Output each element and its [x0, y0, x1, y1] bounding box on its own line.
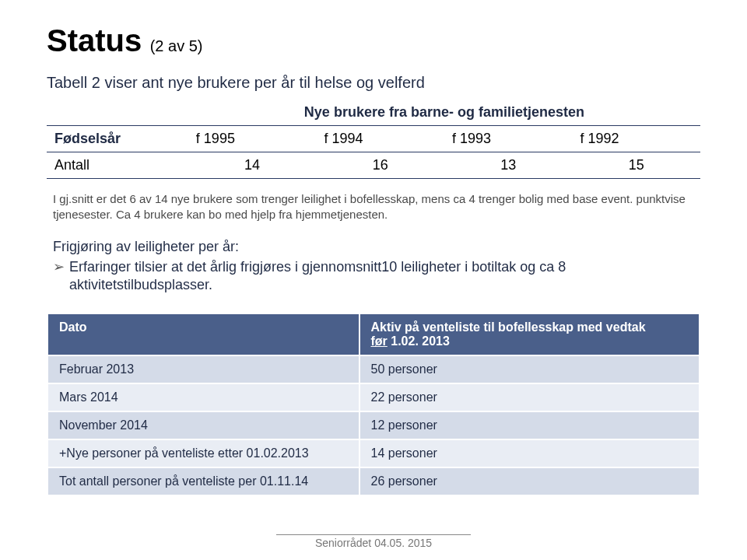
cell-date: Tot antall personer på venteliste per 01… [47, 467, 359, 495]
col-header: f 1993 [444, 126, 573, 152]
col-header-active-rest: 1.02. 2013 [388, 334, 450, 348]
cell-value: 12 personer [359, 411, 700, 439]
col-header: f 1994 [316, 126, 444, 152]
table-row: Fødselsår f 1995 f 1994 f 1993 f 1992 [47, 126, 700, 152]
col-header-active-underline: før [371, 334, 388, 348]
table1-subtitle: Nye brukere fra barne- og familietjenest… [188, 100, 700, 126]
bullet-text: Erfaringer tilsier at det årlig frigjøre… [69, 258, 700, 295]
col-header-active-line1: Aktiv på venteliste til bofellesskap med… [371, 320, 646, 334]
bullet-item: ➢ Erfaringer tilsier at det årlig frigjø… [47, 258, 700, 295]
table-row: Antall 14 16 13 15 [47, 152, 700, 179]
row-label-birthyear: Fødselsår [47, 126, 188, 152]
table-row: November 2014 12 personer [47, 411, 700, 439]
col-header-date: Dato [47, 313, 359, 355]
cell-value: 14 personer [359, 439, 700, 467]
title-sub: (2 av 5) [150, 37, 203, 54]
table1-caption: Tabell 2 viser ant nye brukere per år ti… [47, 74, 700, 92]
chevron-right-icon: ➢ [53, 258, 65, 276]
col-header: f 1992 [572, 126, 700, 152]
cell-date: Mars 2014 [47, 383, 359, 411]
table-waitlist: Dato Aktiv på venteliste til bofellesska… [47, 313, 700, 496]
page-title: Status (2 av 5) [47, 23, 700, 58]
table-row: Tot antall personer på venteliste per 01… [47, 467, 700, 495]
cell-date: November 2014 [47, 411, 359, 439]
table-header-row: Dato Aktiv på venteliste til bofellesska… [47, 313, 700, 355]
table-row: +Nye personer på venteliste etter 01.02.… [47, 439, 700, 467]
cell-value: 26 personer [359, 467, 700, 495]
cell-value: 22 personer [359, 383, 700, 411]
cell-value: 14 [188, 152, 317, 179]
footer-text: Seniorrådet 04.05. 2015 [0, 534, 747, 549]
table-new-users: Nye brukere fra barne- og familietjenest… [47, 100, 700, 179]
cell-value: 15 [572, 152, 700, 179]
col-header-active: Aktiv på venteliste til bofellesskap med… [359, 313, 700, 355]
cell-date: +Nye personer på venteliste etter 01.02.… [47, 439, 359, 467]
row-label-count: Antall [47, 152, 188, 179]
cell-date: Februar 2013 [47, 355, 359, 383]
paragraph-lead: Frigjøring av leiligheter per år: [47, 239, 700, 255]
cell-value: 50 personer [359, 355, 700, 383]
note-text: I gj.snitt er det 6 av 14 nye brukere so… [47, 191, 700, 223]
cell-value: 13 [444, 152, 573, 179]
cell-value: 16 [316, 152, 444, 179]
title-main: Status [47, 23, 142, 58]
table-row: Mars 2014 22 personer [47, 383, 700, 411]
table-row: Februar 2013 50 personer [47, 355, 700, 383]
col-header: f 1995 [188, 126, 317, 152]
